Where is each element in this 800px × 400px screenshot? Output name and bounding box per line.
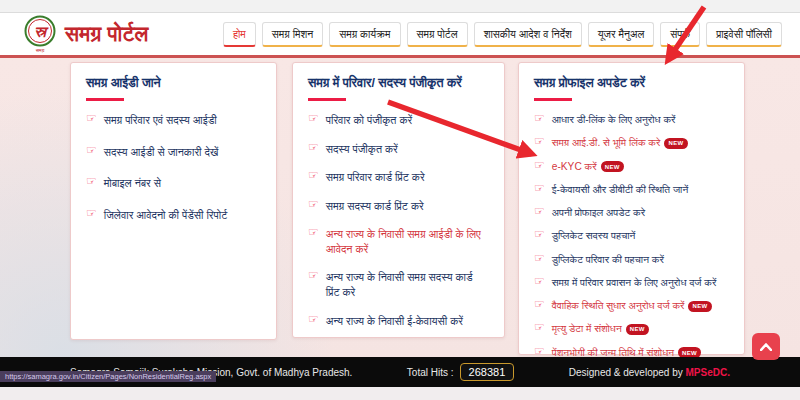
nav-item-4[interactable]: शासकीय आदेश व निर्देश bbox=[474, 22, 582, 47]
hand-point-icon: ☞ bbox=[534, 345, 545, 357]
heading-underline bbox=[308, 98, 346, 101]
link-label: परिवार को पंजीकृत करें bbox=[326, 113, 412, 128]
nav-item-2[interactable]: समग्र कार्यक्रम bbox=[329, 22, 400, 47]
hand-point-icon: ☞ bbox=[534, 159, 545, 171]
hand-point-icon: ☞ bbox=[308, 198, 319, 210]
card-samagra-id-jane-link-2[interactable]: ☞मोबाइल नंबर से bbox=[86, 176, 261, 191]
link-label: समग्र में परिवार प्रवासन के लिए अनुरोध द… bbox=[552, 276, 717, 290]
link-label: सदस्य आईडी से जानकारी देखें bbox=[104, 145, 219, 160]
svg-text:समग्र: समग्र bbox=[35, 47, 45, 53]
heading-underline bbox=[534, 98, 572, 101]
hand-point-icon: ☞ bbox=[534, 298, 545, 310]
link-label: समग्र परिवार कार्ड प्रिंट करे bbox=[326, 170, 425, 185]
card-parivar-sadasya-panjikrut-link-3[interactable]: ☞समग्र सदस्य कार्ड प्रिंट करे bbox=[308, 199, 489, 214]
link-label: e-KYC करेंNEW bbox=[552, 160, 624, 174]
total-hits-label: Total Hits : bbox=[407, 367, 454, 378]
hand-point-icon: ☞ bbox=[534, 275, 545, 287]
link-label: ई-केवायसी और डीबीटी की स्थिति जानें bbox=[552, 183, 688, 197]
link-label: डुप्लिकेट सदस्य पहचानें bbox=[552, 229, 636, 243]
hand-point-icon: ☞ bbox=[534, 321, 545, 333]
link-label: अन्य राज्य के निवासी समग्र सदस्य कार्ड प… bbox=[326, 270, 489, 299]
card-parivar-sadasya-panjikrut-link-1[interactable]: ☞सदस्य पंजीकृत करें bbox=[308, 142, 489, 157]
link-label: मृत्यु डेटा में संशोधनNEW bbox=[552, 322, 649, 336]
credit-prefix: Designed & developed by bbox=[569, 367, 683, 378]
card-parivar-sadasya-panjikrut-link-2[interactable]: ☞समग्र परिवार कार्ड प्रिंट करे bbox=[308, 170, 489, 185]
footer-credit: Designed & developed by MPSeDC. bbox=[569, 367, 730, 378]
link-label: मोबाइल नंबर से bbox=[104, 176, 161, 191]
heading-underline bbox=[86, 98, 124, 101]
card-samagra-id-jane: समग्र आईडी जाने☞समग्र परिवार एवं सदस्य आ… bbox=[70, 62, 277, 340]
header: स्र समग्र समग्र पोर्टल होमसमग्र मिशनसमग्… bbox=[0, 13, 800, 58]
hand-point-icon: ☞ bbox=[86, 207, 97, 219]
hand-point-icon: ☞ bbox=[308, 226, 319, 238]
link-label: अपनी प्रोफाइल अपडेट करे bbox=[552, 206, 645, 220]
link-label: समग्र सदस्य कार्ड प्रिंट करे bbox=[326, 199, 424, 214]
card-profile-update-link-7[interactable]: ☞समग्र में परिवार प्रवासन के लिए अनुरोध … bbox=[534, 276, 729, 290]
hand-point-icon: ☞ bbox=[534, 228, 545, 240]
link-label: अन्य राज्य के निवासी ई-केवायसी करें bbox=[326, 314, 463, 329]
page-bottom-strip bbox=[0, 387, 800, 400]
hand-point-icon: ☞ bbox=[308, 269, 319, 281]
hand-point-icon: ☞ bbox=[86, 144, 97, 156]
card-parivar-sadasya-panjikrut-link-5[interactable]: ☞अन्य राज्य के निवासी समग्र सदस्य कार्ड … bbox=[308, 270, 489, 299]
hand-point-icon: ☞ bbox=[308, 112, 319, 124]
card-parivar-sadasya-panjikrut-link-0[interactable]: ☞परिवार को पंजीकृत करें bbox=[308, 113, 489, 128]
nav-item-1[interactable]: समग्र मिशन bbox=[262, 22, 323, 47]
card-profile-update-link-0[interactable]: ☞आधार डी-लिंक के लिए अनुरोध करें bbox=[534, 113, 729, 127]
chevron-up-icon bbox=[760, 343, 772, 351]
card-profile-update-link-9[interactable]: ☞मृत्यु डेटा में संशोधनNEW bbox=[534, 322, 729, 336]
browser-edge-strip bbox=[0, 0, 800, 13]
card-parivar-sadasya-panjikrut-link-4[interactable]: ☞अन्य राज्य के निवासी समग्र आईडी के लिए … bbox=[308, 227, 489, 256]
main-content: समग्र आईडी जाने☞समग्र परिवार एवं सदस्य आ… bbox=[0, 58, 800, 358]
browser-status-url: https://samagra.gov.in/Citizen/Pages/Non… bbox=[0, 371, 216, 382]
main-nav: होमसमग्र मिशनसमग्र कार्यक्रमसमग्र पोर्टल… bbox=[223, 22, 782, 47]
nav-item-7[interactable]: प्राइवेसी पॉलिसी bbox=[706, 22, 782, 47]
hand-point-icon: ☞ bbox=[308, 169, 319, 181]
link-label: समग्र परिवार एवं सदस्य आईडी bbox=[104, 113, 217, 128]
card-profile-update-link-6[interactable]: ☞डुप्लिकेट परिवार की पहचान करें bbox=[534, 253, 729, 267]
new-badge: NEW bbox=[664, 138, 687, 149]
new-badge: NEW bbox=[688, 301, 711, 312]
new-badge: NEW bbox=[626, 324, 649, 335]
link-label: समग्र आई.डी. से भूमि लिंक करेNEW bbox=[552, 136, 688, 150]
card-profile-update-link-5[interactable]: ☞डुप्लिकेट सदस्य पहचानें bbox=[534, 229, 729, 243]
card-profile-update-link-1[interactable]: ☞समग्र आई.डी. से भूमि लिंक करेNEW bbox=[534, 136, 729, 150]
link-label: डुप्लिकेट परिवार की पहचान करें bbox=[552, 253, 664, 267]
card-samagra-id-jane-link-1[interactable]: ☞सदस्य आईडी से जानकारी देखें bbox=[86, 145, 261, 160]
card-samagra-id-jane-link-3[interactable]: ☞जिलेवार आवेदनो की पेंडेंसी रिपोर्ट bbox=[86, 208, 261, 223]
card-samagra-id-jane-link-0[interactable]: ☞समग्र परिवार एवं सदस्य आईडी bbox=[86, 113, 261, 128]
link-label: सदस्य पंजीकृत करें bbox=[326, 142, 398, 157]
link-label: वैवाहिक स्थिति सुधार अनुरोध दर्ज करेंNEW bbox=[552, 299, 712, 313]
new-badge: NEW bbox=[601, 161, 624, 172]
hand-point-icon: ☞ bbox=[308, 141, 319, 153]
card-profile-update-link-2[interactable]: ☞e-KYC करेंNEW bbox=[534, 160, 729, 174]
hand-point-icon: ☞ bbox=[86, 112, 97, 124]
hand-point-icon: ☞ bbox=[534, 112, 545, 124]
hand-point-icon: ☞ bbox=[86, 175, 97, 187]
scroll-to-top-button[interactable] bbox=[752, 333, 780, 360]
card-profile-update: समग्र प्रोफाइल अपडेट करें☞आधार डी-लिंक क… bbox=[518, 62, 745, 355]
brand-title: समग्र पोर्टल bbox=[65, 22, 149, 46]
credit-brand-link[interactable]: MPSeDC. bbox=[686, 367, 730, 378]
card-parivar-sadasya-panjikrut: समग्र में परिवार/ सदस्य पंजीकृत करें☞परि… bbox=[292, 62, 505, 338]
samagra-emblem-icon: स्र समग्र bbox=[22, 14, 58, 54]
card-title: समग्र में परिवार/ सदस्य पंजीकृत करें bbox=[308, 76, 489, 91]
card-profile-update-link-8[interactable]: ☞वैवाहिक स्थिति सुधार अनुरोध दर्ज करेंNE… bbox=[534, 299, 729, 313]
total-hits: Total Hits : 268381 bbox=[407, 363, 514, 381]
nav-item-3[interactable]: समग्र पोर्टल bbox=[407, 22, 468, 47]
hand-point-icon: ☞ bbox=[308, 313, 319, 325]
nav-item-5[interactable]: यूजर मैनुअल bbox=[588, 22, 655, 47]
nav-item-0[interactable]: होम bbox=[223, 22, 256, 47]
link-label: आधार डी-लिंक के लिए अनुरोध करें bbox=[552, 113, 676, 127]
brand-logo-group[interactable]: स्र समग्र समग्र पोर्टल bbox=[22, 14, 149, 54]
nav-item-6[interactable]: संपर्क bbox=[660, 22, 700, 47]
total-hits-value: 268381 bbox=[460, 363, 515, 381]
card-title: समग्र प्रोफाइल अपडेट करें bbox=[534, 76, 729, 91]
hand-point-icon: ☞ bbox=[534, 182, 545, 194]
hand-point-icon: ☞ bbox=[534, 135, 545, 147]
card-parivar-sadasya-panjikrut-link-6[interactable]: ☞अन्य राज्य के निवासी ई-केवायसी करें bbox=[308, 314, 489, 329]
card-profile-update-link-4[interactable]: ☞अपनी प्रोफाइल अपडेट करे bbox=[534, 206, 729, 220]
hand-point-icon: ☞ bbox=[534, 205, 545, 217]
hand-point-icon: ☞ bbox=[534, 252, 545, 264]
card-profile-update-link-3[interactable]: ☞ई-केवायसी और डीबीटी की स्थिति जानें bbox=[534, 183, 729, 197]
